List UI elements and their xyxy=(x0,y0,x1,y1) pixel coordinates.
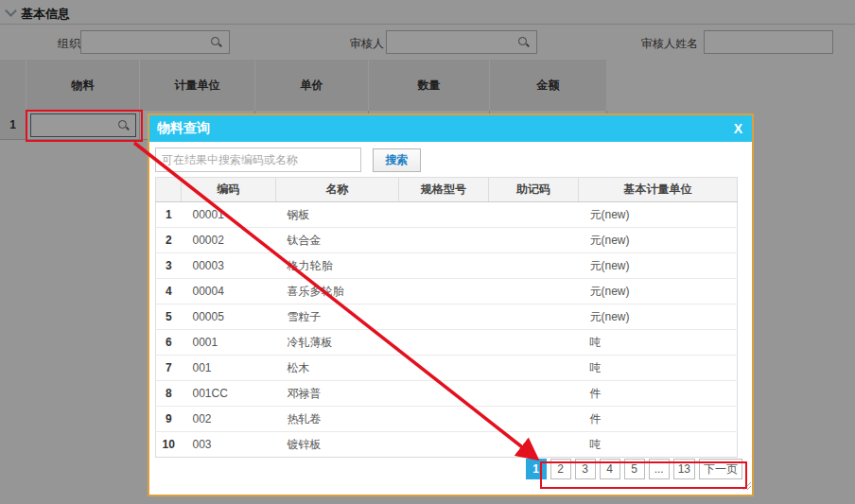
row-mnemonic xyxy=(489,228,579,253)
row-seq: 4 xyxy=(156,279,182,304)
col-header-code: 编码 xyxy=(182,178,276,202)
row-mnemonic xyxy=(489,253,579,279)
page-button-2[interactable]: 2 xyxy=(550,459,571,479)
row-mnemonic xyxy=(489,432,579,458)
row-spec xyxy=(399,202,489,228)
page-button-13[interactable]: 13 xyxy=(673,459,695,479)
col-header-unit: 基本计量单位 xyxy=(579,178,738,202)
row-mnemonic xyxy=(489,279,579,304)
row-seq: 8 xyxy=(156,381,182,407)
dialog-body: 搜索 编码 名称 规格型号 助记码 基本计量单位 xyxy=(149,142,752,491)
row-name: 热轧卷 xyxy=(276,407,399,432)
page-button-5[interactable]: 5 xyxy=(624,459,645,479)
row-spec xyxy=(399,304,489,330)
row-seq: 1 xyxy=(156,202,182,228)
page-button-4[interactable]: 4 xyxy=(600,459,620,479)
row-unit: 件 xyxy=(579,407,738,432)
row-unit: 吨 xyxy=(579,432,738,458)
row-seq: 9 xyxy=(156,407,182,432)
row-code: 00002 xyxy=(182,228,276,253)
row-code: 0001 xyxy=(182,330,276,356)
row-name: 松木 xyxy=(276,356,399,381)
row-name: 钢板 xyxy=(276,202,399,228)
row-spec xyxy=(399,279,489,304)
page-ellipsis[interactable]: ... xyxy=(649,459,670,479)
row-name: 格力轮胎 xyxy=(276,253,399,279)
col-header-name: 名称 xyxy=(276,178,399,202)
material-table: 编码 名称 规格型号 助记码 基本计量单位 1 00001 钢板 元(new xyxy=(155,177,738,458)
row-spec xyxy=(399,356,489,381)
row-mnemonic xyxy=(489,356,579,381)
next-page-button[interactable]: 下一页 xyxy=(699,459,742,479)
material-table-header: 编码 名称 规格型号 助记码 基本计量单位 xyxy=(156,178,738,202)
col-header-spec: 规格型号 xyxy=(399,178,489,202)
page-button-1[interactable]: 1 xyxy=(526,459,547,479)
close-icon[interactable]: X xyxy=(734,122,742,135)
row-code: 003 xyxy=(182,432,276,458)
row-name: 喜乐多轮胎 xyxy=(276,279,399,304)
row-mnemonic xyxy=(489,330,579,356)
row-seq: 7 xyxy=(156,356,182,381)
row-spec xyxy=(399,253,489,279)
row-unit: 元(new) xyxy=(579,253,738,279)
row-mnemonic xyxy=(489,381,579,407)
row-unit: 件 xyxy=(579,381,738,407)
row-name: 钛合金 xyxy=(276,228,399,253)
row-name: 镀锌板 xyxy=(276,432,399,458)
row-name: 冷轧薄板 xyxy=(276,330,399,356)
dialog-search-row: 搜索 xyxy=(155,146,746,174)
table-row[interactable]: 1 00001 钢板 元(new) xyxy=(156,202,738,228)
table-row[interactable]: 8 001CC 邓禄普 件 xyxy=(156,381,738,407)
row-code: 001 xyxy=(182,356,276,381)
row-spec xyxy=(399,407,489,432)
table-row[interactable]: 5 00005 雪粒子 元(new) xyxy=(156,304,738,330)
row-spec xyxy=(399,330,489,356)
material-lookup-dialog: 物料查询 X 搜索 编码 名称 规格型号 助记码 xyxy=(148,113,754,496)
row-spec xyxy=(399,381,489,407)
row-code: 00001 xyxy=(182,202,276,228)
dialog-search-input[interactable] xyxy=(155,148,361,172)
row-seq: 2 xyxy=(156,228,182,253)
row-mnemonic xyxy=(489,202,579,228)
col-header-seq xyxy=(156,178,182,202)
col-header-mnemonic: 助记码 xyxy=(489,178,579,202)
table-row[interactable]: 4 00004 喜乐多轮胎 元(new) xyxy=(156,279,738,304)
dialog-search-button[interactable]: 搜索 xyxy=(373,148,421,172)
row-unit: 元(new) xyxy=(579,279,738,304)
row-code: 00003 xyxy=(182,253,276,279)
row-seq: 3 xyxy=(156,253,182,279)
row-seq: 5 xyxy=(156,304,182,330)
table-row[interactable]: 3 00003 格力轮胎 元(new) xyxy=(156,253,738,279)
dialog-title: 物料查询 xyxy=(157,120,210,137)
page-button-3[interactable]: 3 xyxy=(575,459,596,479)
row-code: 001CC xyxy=(182,381,276,407)
pagination: 1 2 3 4 5 ... 13 下一页 xyxy=(522,459,742,479)
row-code: 00005 xyxy=(182,304,276,330)
row-spec xyxy=(399,432,489,458)
row-unit: 元(new) xyxy=(579,202,738,228)
row-unit: 吨 xyxy=(579,330,738,356)
row-mnemonic xyxy=(489,407,579,432)
row-name: 雪粒子 xyxy=(276,304,399,330)
table-row[interactable]: 2 00002 钛合金 元(new) xyxy=(156,228,738,253)
row-unit: 吨 xyxy=(579,356,738,381)
row-unit: 元(new) xyxy=(579,228,738,253)
dialog-header[interactable]: 物料查询 X xyxy=(149,115,752,142)
row-seq: 10 xyxy=(156,432,182,458)
row-code: 002 xyxy=(182,407,276,432)
row-mnemonic xyxy=(489,304,579,330)
resize-handle-icon[interactable] xyxy=(742,480,751,490)
row-name: 邓禄普 xyxy=(276,381,399,407)
table-row[interactable]: 10 003 镀锌板 吨 xyxy=(156,432,738,458)
table-row[interactable]: 7 001 松木 吨 xyxy=(156,356,738,381)
row-code: 00004 xyxy=(182,279,276,304)
table-row[interactable]: 6 0001 冷轧薄板 吨 xyxy=(156,330,738,356)
row-spec xyxy=(399,228,489,253)
table-row[interactable]: 9 002 热轧卷 件 xyxy=(156,407,738,432)
row-unit: 元(new) xyxy=(579,304,738,330)
row-seq: 6 xyxy=(156,330,182,356)
screen: 基本信息 组织 审核人 审核人姓名 物料 计量单位 单价 数量 金额 1 xyxy=(0,0,855,504)
